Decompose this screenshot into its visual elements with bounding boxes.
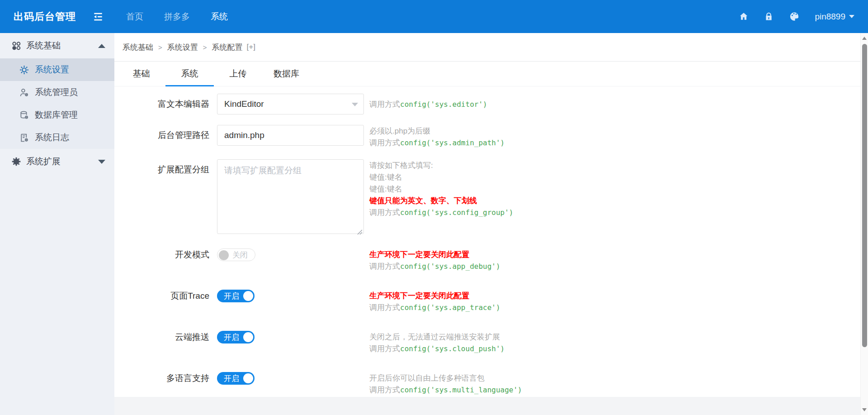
tab-0[interactable]: 基础	[117, 62, 165, 86]
field-hints: 开启后你可以自由上传多种语言包调用方式config('sys.multi_lan…	[369, 372, 522, 396]
form-row-1: 后台管理路径admin.php必须以.php为后缀调用方式config('sys…	[114, 125, 860, 149]
tab-2[interactable]: 上传	[214, 62, 262, 86]
tab-1[interactable]: 系统	[165, 62, 214, 86]
toggle-switch[interactable]: 开启	[217, 331, 255, 343]
sidebar-item-label: 数据库管理	[35, 109, 78, 121]
textarea-input[interactable]: 请填写扩展配置分组	[217, 159, 364, 234]
sidebar-item-0-0[interactable]: 系统设置	[0, 58, 114, 81]
resize-handle-icon[interactable]	[357, 227, 363, 233]
toggle-knob	[243, 291, 253, 301]
config-code: config('sys.app_trace')	[400, 303, 500, 312]
config-code: config('sys.app_debug')	[400, 262, 500, 271]
tab-bar: 基础系统上传数据库	[114, 62, 860, 86]
sidebar-item-label: 系统日志	[35, 132, 69, 143]
palette-icon[interactable]	[789, 12, 799, 22]
toggle-knob	[243, 332, 253, 342]
hint-line: 调用方式config('sys.editor')	[369, 99, 487, 110]
config-code: config('sys.multi_language')	[400, 386, 522, 394]
field-control: KindEditor	[217, 94, 364, 114]
sidebar-item-0-2[interactable]: 数据库管理	[0, 104, 114, 126]
textarea-placeholder: 请填写扩展配置分组	[224, 166, 302, 175]
tab-3[interactable]: 数据库	[262, 62, 311, 86]
config-code: config('sys.cloud_push')	[400, 344, 505, 353]
editor-select[interactable]: KindEditor	[217, 94, 364, 114]
hint-line: 调用方式config('sys.cloud_push')	[369, 343, 505, 355]
sidebar-group-1[interactable]: 系统扩展	[0, 149, 114, 174]
scroll-up-icon[interactable]	[862, 37, 867, 40]
toggle-state-label: 开启	[224, 291, 239, 301]
scrollbar-thumb[interactable]	[862, 44, 867, 347]
field-label: 后台管理路径	[114, 125, 217, 146]
config-code: config('sys.editor')	[400, 100, 487, 109]
hint-line: 调用方式config('sys.app_trace')	[369, 302, 500, 314]
toggle-knob	[219, 250, 229, 260]
app-title: 出码后台管理	[14, 10, 76, 24]
hint-prefix: 调用方式	[369, 344, 400, 353]
hint-line: 键值:键名	[369, 172, 513, 183]
user-dropdown[interactable]: pin8899	[815, 12, 854, 22]
form-row-6: 多语言支持开启开启后你可以自由上传多种语言包调用方式config('sys.mu…	[114, 372, 860, 396]
nav-item-2[interactable]: 系统	[200, 0, 238, 33]
field-hints: 关闭之后，无法通过云端推送安装扩展调用方式config('sys.cloud_p…	[369, 331, 505, 355]
content-area: 系统基础>系统设置>系统配置[+] 基础系统上传数据库 富文本编辑器KindEd…	[114, 33, 868, 415]
toggle-knob	[243, 373, 253, 383]
hint-prefix: 调用方式	[369, 303, 400, 312]
config-code: config('sys.config_group')	[400, 208, 513, 217]
breadcrumb-item-0[interactable]: 系统基础	[123, 42, 153, 52]
gear-solid-icon	[11, 157, 21, 167]
field-label: 富文本编辑器	[114, 94, 217, 114]
hint-line: 请按如下格式填写:	[369, 160, 513, 172]
breadcrumb: 系统基础>系统设置>系统配置[+]	[114, 33, 860, 62]
log-icon	[19, 133, 29, 143]
field-label: 多语言支持	[114, 372, 217, 385]
hint-line: 键值:键名	[369, 183, 513, 195]
sidebar-item-0-3[interactable]: 系统日志	[0, 126, 114, 149]
hint-prefix: 调用方式	[369, 262, 400, 271]
sidebar-group-label: 系统基础	[26, 40, 61, 52]
breadcrumb-item-1[interactable]: 系统设置	[167, 42, 198, 52]
collapse-sidebar-icon[interactable]	[92, 11, 104, 23]
field-control: 开启	[217, 290, 364, 302]
text-input[interactable]: admin.php	[217, 125, 364, 146]
toggle-switch[interactable]: 关闭	[217, 248, 255, 261]
sidebar-group-0[interactable]: 系统基础	[0, 33, 114, 58]
lock-icon[interactable]	[764, 12, 774, 22]
field-hints: 调用方式config('sys.editor')	[369, 98, 487, 110]
hint-line: 生产环境下一定要关闭此配置	[369, 249, 500, 261]
config-code: config('sys.admin_path')	[400, 138, 505, 147]
select-caret-icon	[352, 103, 358, 106]
hint-line: 生产环境下一定要关闭此配置	[369, 290, 500, 302]
form-row-4: 页面Trace开启生产环境下一定要关闭此配置调用方式config('sys.ap…	[114, 290, 860, 314]
breadcrumb-separator: >	[158, 43, 162, 51]
field-label: 页面Trace	[114, 290, 217, 302]
sidebar-item-0-1[interactable]: 系统管理员	[0, 81, 114, 104]
form-row-3: 开发模式关闭生产环境下一定要关闭此配置调用方式config('sys.app_d…	[114, 248, 860, 272]
vertical-scrollbar[interactable]	[860, 33, 868, 415]
hint-line: 必须以.php为后缀	[369, 125, 505, 137]
toggle-switch[interactable]: 开启	[217, 372, 255, 385]
apps-icon	[11, 41, 21, 51]
toggle-state-label: 关闭	[232, 250, 248, 260]
sidebar-item-label: 系统设置	[35, 64, 69, 76]
scroll-down-icon[interactable]	[862, 408, 867, 411]
field-hints: 必须以.php为后缀调用方式config('sys.admin_path')	[369, 125, 505, 149]
hint-line: 关闭之后，无法通过云端推送安装扩展	[369, 331, 505, 343]
field-hints: 生产环境下一定要关闭此配置调用方式config('sys.app_trace')	[369, 290, 500, 314]
nav-item-0[interactable]: 首页	[116, 0, 154, 33]
hint-line: 调用方式config('sys.admin_path')	[369, 137, 505, 149]
toggle-state-label: 开启	[224, 332, 239, 343]
breadcrumb-separator: >	[203, 43, 207, 51]
field-control: admin.php	[217, 125, 364, 146]
chevron-up-icon	[98, 44, 105, 48]
breadcrumb-item-2[interactable]: 系统配置	[212, 42, 243, 52]
chevron-down-icon	[849, 15, 854, 18]
field-label: 开发模式	[114, 248, 217, 261]
sidebar-submenu-0: 系统设置系统管理员数据库管理系统日志	[0, 58, 114, 149]
nav-item-1[interactable]: 拼多多	[154, 0, 200, 33]
gear-icon	[19, 65, 29, 75]
home-icon[interactable]	[739, 12, 749, 22]
toggle-switch[interactable]: 开启	[217, 290, 255, 302]
field-control: 关闭	[217, 248, 364, 261]
main-panel: 系统基础>系统设置>系统配置[+] 基础系统上传数据库 富文本编辑器KindEd…	[114, 33, 860, 397]
admin-icon	[19, 88, 29, 97]
